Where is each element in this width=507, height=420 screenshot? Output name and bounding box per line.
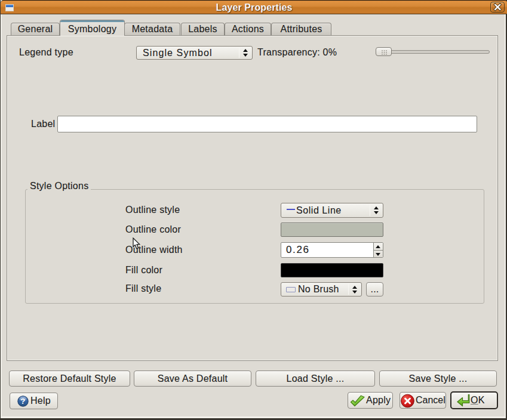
svg-text:?: ? bbox=[20, 397, 25, 406]
